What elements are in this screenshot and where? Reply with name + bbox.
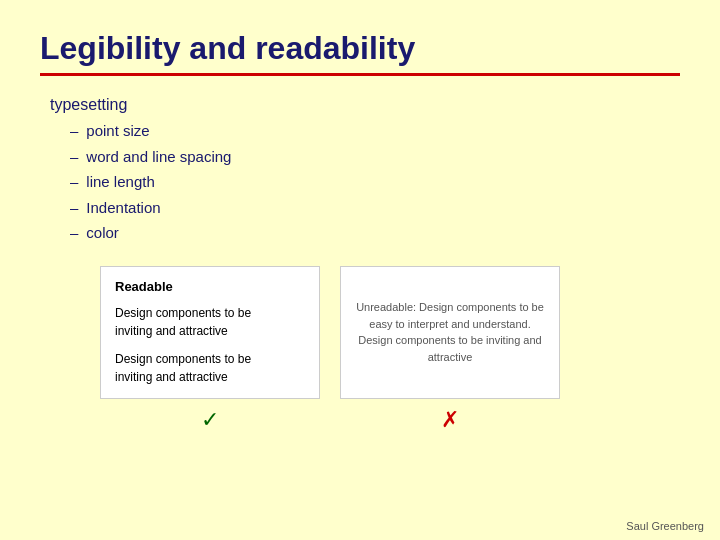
list-item: line length [70, 169, 680, 195]
readable-text-2: Design components to be inviting and att… [115, 350, 305, 386]
list-item: color [70, 220, 680, 246]
boxes-row: Readable Design components to be invitin… [40, 266, 680, 399]
list-item: Indentation [70, 195, 680, 221]
slide: Legibility and readability typesetting p… [0, 0, 720, 540]
crossmark-cell: ✗ [340, 407, 560, 433]
checkmark-row: ✓ ✗ [40, 407, 680, 433]
typesetting-label: typesetting [50, 96, 680, 114]
readable-text-1: Design components to be inviting and att… [115, 304, 305, 340]
bullet-list: point size word and line spacing line le… [50, 118, 680, 246]
content-section: typesetting point size word and line spa… [40, 96, 680, 246]
readable-box: Readable Design components to be invitin… [100, 266, 320, 399]
list-item: word and line spacing [70, 144, 680, 170]
unreadable-box: Unreadable: Design components to be easy… [340, 266, 560, 399]
checkmark-cell: ✓ [100, 407, 320, 433]
readable-box-title: Readable [115, 279, 305, 294]
title-underline [40, 73, 680, 76]
unreadable-text: Unreadable: Design components to be easy… [355, 299, 545, 365]
slide-title: Legibility and readability [40, 30, 680, 67]
list-item: point size [70, 118, 680, 144]
author-label: Saul Greenberg [626, 520, 704, 532]
title-section: Legibility and readability [40, 30, 680, 76]
